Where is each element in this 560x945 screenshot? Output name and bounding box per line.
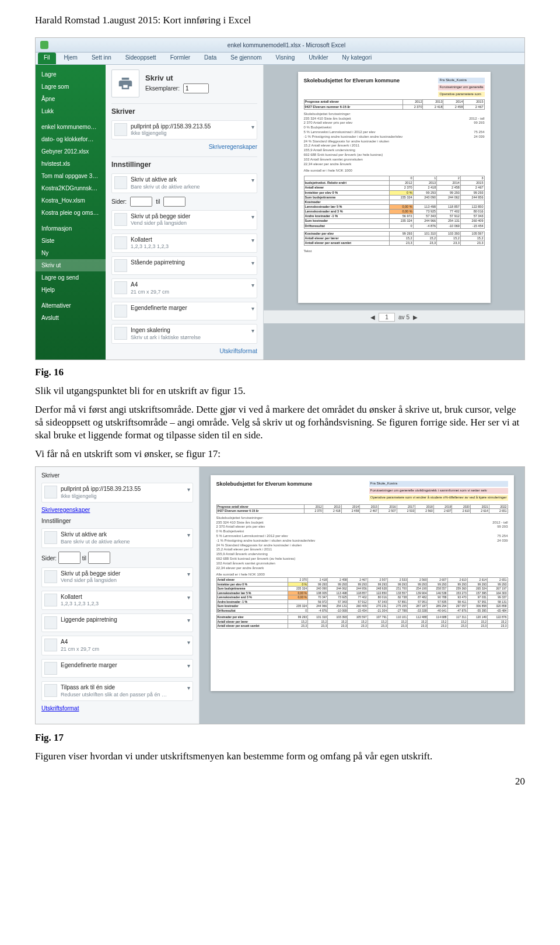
fmitem-apne[interactable]: Åpne bbox=[36, 93, 106, 105]
print-preview-pane: Fra Skole_Kostra Forutsetninger om gener… bbox=[264, 65, 524, 360]
setting-two-sided[interactable]: Skriv ut på begge siderVend sider på lan… bbox=[111, 210, 257, 230]
tab-segjennom[interactable]: Se gjennom bbox=[225, 53, 267, 64]
setting-scaling-sub: Skriv ut ark i faktiske størrelse bbox=[131, 334, 248, 341]
titlebar: enkel kommunemodell1.xlsx - Microsoft Ex… bbox=[36, 38, 524, 53]
printer-properties-link-2[interactable]: Skriveregenskaper bbox=[41, 506, 193, 514]
fmitem-lagreogsend[interactable]: Lagre og send bbox=[36, 271, 106, 284]
s2-active-s: Bare skriv ut de aktive arkene bbox=[61, 539, 184, 545]
tag-yel-2: Operative parametere som vi endrer å stu… bbox=[369, 495, 508, 501]
setting-active-sheets-2[interactable]: Skriv ut aktive arkBare skriv ut de akti… bbox=[41, 528, 193, 548]
chevron-down-icon: ▾ bbox=[251, 213, 254, 221]
preview-page-landscape: Skolebudsjettet for Elverum kommune Fra … bbox=[211, 475, 514, 691]
page-number-box[interactable]: 1 bbox=[379, 313, 395, 322]
fmitem-siste[interactable]: Siste bbox=[36, 235, 106, 247]
chevron-down-icon: ▾ bbox=[251, 123, 254, 131]
fmitem-recent-1[interactable]: enkel kommunemo… bbox=[36, 121, 106, 133]
setting-two-sided-2[interactable]: Skriv ut på begge siderVend sider på lan… bbox=[41, 567, 193, 587]
pv-sumrow: Alle sumtall er i hele NOK 1000 bbox=[304, 169, 485, 173]
print-format-link-2[interactable]: Utskriftsformat bbox=[41, 705, 193, 712]
paragraph-2: Vi får nå en utskrift som vi ønsker, se … bbox=[35, 448, 525, 461]
setting-active-sheets[interactable]: Skriv ut aktive arkBare skriv ut de akti… bbox=[111, 173, 257, 193]
paper-icon bbox=[114, 281, 127, 294]
fit-icon bbox=[44, 684, 57, 697]
pages-to-label-2: til bbox=[82, 555, 86, 562]
fmitem-recent-8[interactable]: Kostra pleie og oms… bbox=[36, 207, 106, 219]
print-format-link[interactable]: Utskriftsformat bbox=[111, 347, 257, 355]
tab-formler[interactable]: Formler bbox=[164, 53, 196, 64]
pages-to-input-2[interactable] bbox=[88, 552, 110, 564]
collate-icon bbox=[114, 236, 127, 249]
pages-from-input-2[interactable] bbox=[58, 552, 80, 564]
fmitem-lagre[interactable]: Lagre bbox=[36, 68, 106, 81]
printer-icon bbox=[44, 486, 57, 498]
fmitem-recent-5[interactable]: Tom mal oppgave 3… bbox=[36, 170, 106, 182]
printer-select[interactable]: pullprint på ipp://158.39.213.55 Ikke ti… bbox=[111, 120, 257, 140]
print-title: Skriv ut bbox=[145, 74, 209, 83]
fmitem-ny[interactable]: Ny bbox=[36, 247, 106, 259]
excel-print-screenshot-1: enkel kommunemodell1.xlsx - Microsoft Ex… bbox=[35, 37, 525, 360]
s2-fit-t: Tilpass ark til én side bbox=[61, 684, 184, 692]
setting-orientation-2[interactable]: Liggende papirretning ▾ bbox=[41, 613, 193, 632]
setting-paper-sub: 21 cm x 29,7 cm bbox=[131, 289, 248, 295]
fmitem-recent-7[interactable]: Kostra_Hov.xlsm bbox=[36, 194, 106, 207]
s2-fit-s: Reduser utskriften slik at den passer på… bbox=[61, 692, 184, 698]
tab-sideoppsett[interactable]: Sideoppsett bbox=[120, 53, 162, 64]
copies-input[interactable] bbox=[183, 83, 209, 93]
setting-collate-2[interactable]: Kollatert1,2,3 1,2,3 1,2,3 ▾ bbox=[41, 591, 193, 611]
setting-paper-2[interactable]: A421 cm x 29,7 cm ▾ bbox=[41, 636, 193, 655]
tab-nykategori[interactable]: Ny kategori bbox=[337, 53, 378, 64]
print-preview-pane-2: Skolebudsjettet for Elverum kommune Fra … bbox=[200, 467, 524, 724]
chevron-down-icon: ▾ bbox=[187, 570, 190, 578]
fmitem-recent-4[interactable]: hvistest.xls bbox=[36, 158, 106, 170]
setting-fit-page[interactable]: Tilpass ark til én sideReduser utskrifte… bbox=[41, 681, 193, 701]
margins-icon bbox=[44, 662, 57, 675]
tab-fil[interactable]: Fil bbox=[38, 53, 56, 64]
pages-from-input[interactable] bbox=[130, 197, 152, 207]
fmitem-avslutt[interactable]: Avslutt bbox=[36, 312, 106, 324]
chevron-down-icon: ▾ bbox=[251, 305, 254, 312]
duplex-icon bbox=[44, 570, 57, 583]
printer-properties-link[interactable]: Skriveregenskaper bbox=[111, 143, 257, 151]
window-title: enkel kommunemodell1.xlsx - Microsoft Ex… bbox=[53, 41, 520, 49]
fmitem-alternativer[interactable]: Alternativer bbox=[36, 299, 106, 312]
fmitem-recent-6[interactable]: Kostra2KDGrunnsk… bbox=[36, 182, 106, 194]
fmitem-lukk[interactable]: Lukk bbox=[36, 105, 106, 117]
setting-orientation[interactable]: Stående papirretning ▾ bbox=[111, 256, 257, 275]
s2-margins-t: Egendefinerte marger bbox=[61, 662, 184, 669]
fig16-label: Fig. 16 bbox=[35, 367, 64, 378]
setting-collate[interactable]: Kollatert1,2,3 1,2,3 1,2,3 ▾ bbox=[111, 233, 257, 253]
tab-visning[interactable]: Visning bbox=[270, 53, 301, 64]
setting-margins-2[interactable]: Egendefinerte marger ▾ bbox=[41, 659, 193, 678]
preview-table-top: Prognose antall elever2012201320142015 0… bbox=[304, 99, 485, 109]
tab-hjem[interactable]: Hjem bbox=[58, 53, 83, 64]
print-button[interactable] bbox=[111, 69, 139, 97]
setting-margins[interactable]: Egendefinerte marger ▾ bbox=[111, 302, 257, 320]
tab-data[interactable]: Data bbox=[198, 53, 222, 64]
setting-active-title: Skriv ut aktive ark bbox=[131, 176, 248, 184]
preview2-title: Skolebudsjettet for Elverum kommune bbox=[216, 481, 313, 500]
tab-utvikler[interactable]: Utvikler bbox=[303, 53, 334, 64]
settings-section-2: Innstillinger bbox=[41, 517, 193, 525]
fmitem-lagresom[interactable]: Lagre som bbox=[36, 81, 106, 93]
nav-next-icon[interactable]: ▶ bbox=[413, 313, 418, 321]
chevron-down-icon: ▾ bbox=[187, 616, 190, 624]
setting-paper[interactable]: A421 cm x 29,7 cm ▾ bbox=[111, 278, 257, 298]
s2-active-t: Skriv ut aktive ark bbox=[61, 531, 184, 539]
chevron-down-icon: ▾ bbox=[251, 281, 254, 289]
setting-scaling[interactable]: Ingen skaleringSkriv ut ark i faktiske s… bbox=[111, 324, 257, 344]
pages-to-input[interactable] bbox=[163, 197, 186, 207]
fmitem-informasjon[interactable]: Informasjon bbox=[36, 222, 106, 235]
fmitem-recent-2[interactable]: dato- og klokkefor… bbox=[36, 133, 106, 145]
fmitem-skrivut[interactable]: Skriv ut bbox=[36, 259, 106, 271]
fmitem-hjelp[interactable]: Hjelp bbox=[36, 284, 106, 296]
printer-section: Skriver bbox=[111, 103, 257, 117]
nav-prev-icon[interactable]: ◀ bbox=[370, 313, 375, 321]
printer-section-2: Skriver bbox=[41, 472, 193, 479]
printer-status: Ikke tilgjengelig bbox=[131, 130, 248, 137]
fmitem-recent-3[interactable]: Gebyrer 2012.xlsx bbox=[36, 145, 106, 158]
setting-twoside-title: Skriv ut på begge sider bbox=[131, 213, 248, 221]
orientation-icon bbox=[114, 259, 127, 272]
tab-settinn[interactable]: Sett inn bbox=[86, 53, 117, 64]
printer-name-2: pullprint på ipp://158.39.213.55 bbox=[61, 486, 184, 493]
printer-select-2[interactable]: pullprint på ipp://158.39.213.55 Ikke ti… bbox=[41, 483, 193, 503]
